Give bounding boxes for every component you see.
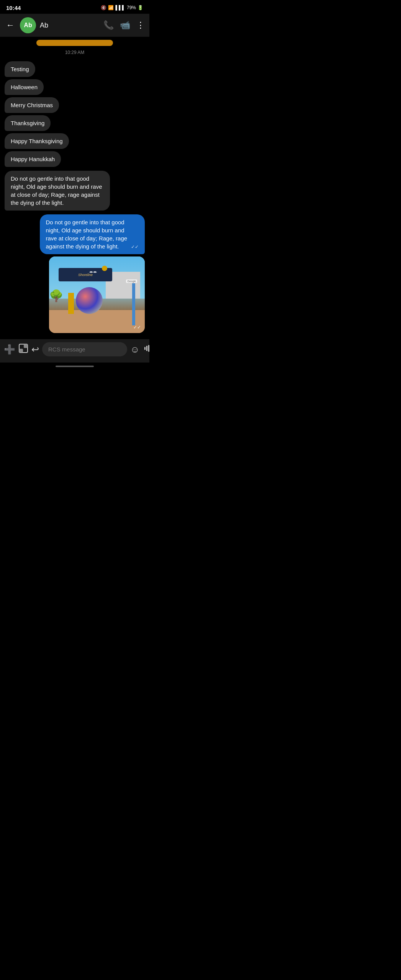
scene-sun [102,266,107,271]
signal-icon: ▌▌▌ [115,5,125,10]
battery-icon: 🔋 [137,5,143,10]
message-row-halloween: Halloween [5,79,145,95]
message-row-poem-received: Do not go gentle into that good night, O… [5,171,145,211]
scene-bird-svg [87,270,99,280]
bubble-testing: Testing [5,61,35,77]
message-row-thanksgiving: Thanksgiving [5,115,145,131]
scene-tree: 🌳 [49,289,63,302]
bubble-poem-received: Do not go gentle into that good night, O… [5,171,110,211]
message-row-poem-sent: Do not go gentle into that good night, O… [5,214,145,254]
nav-actions: 📞 📹 ⋮ [103,20,145,30]
bubble-thanksgiving: Thanksgiving [5,115,51,131]
scene-sphere [76,287,103,314]
home-indicator [56,366,94,367]
bubble-halloween: Halloween [5,79,44,95]
image-checkmark: ✓✓ [133,325,141,330]
mute-icon: 🔇 [101,5,106,10]
sent-checkmark: ✓✓ [131,244,139,250]
message-row-testing: Testing [5,61,145,77]
call-button[interactable]: 📞 [103,20,114,30]
wifi-icon: 📶 [108,5,114,10]
chat-area: 10:29 AM Testing Halloween Merry Christm… [0,37,149,339]
scene-pillar-yellow [68,293,74,314]
status-icons: 🔇 📶 ▌▌▌ 79% 🔋 [101,5,143,10]
message-row-happy-thanksgiving: Happy Thanksgiving [5,133,145,149]
add-button[interactable]: ➕ [4,344,15,355]
status-time: 10:44 [6,5,21,11]
image-scene: Shoreline 🌳 Google [49,256,145,333]
nav-hint-bar [0,363,149,370]
scene-google-watermark: Google [126,279,137,283]
bottom-bar: ➕ ↩ ☺ [0,339,149,363]
image-message-row: Shoreline 🌳 Google ✓✓ [5,256,145,333]
battery-text: 79% [127,5,136,10]
message-input[interactable] [42,342,127,356]
emoji-button[interactable]: ☺ [130,344,140,355]
avatar[interactable]: Ab [20,17,36,33]
video-button[interactable]: 📹 [120,20,130,30]
svg-rect-5 [148,345,149,352]
message-row-merry-christmas: Merry Christmas [5,97,145,113]
svg-rect-4 [146,346,147,351]
scene-pillar-blue [132,283,135,325]
message-row-happy-hanukkah: Happy Hanukkah [5,151,145,167]
prev-message-peek [5,40,145,46]
chat-timestamp: 10:29 AM [5,50,145,55]
forward-button[interactable]: ↩ [31,344,39,355]
prev-bubble [36,40,113,46]
svg-rect-2 [24,344,28,348]
status-bar: 10:44 🔇 📶 ▌▌▌ 79% 🔋 [0,0,149,14]
svg-rect-3 [144,347,146,350]
contact-name[interactable]: Ab [40,21,100,29]
bubble-happy-hanukkah: Happy Hanukkah [5,151,61,167]
voice-button[interactable] [144,344,149,355]
image-container[interactable]: Shoreline 🌳 Google ✓✓ [49,256,145,333]
bottom-bar-right: ☺ [130,344,149,355]
bubble-happy-thanksgiving: Happy Thanksgiving [5,133,69,149]
back-button[interactable]: ← [5,19,16,32]
bubble-merry-christmas: Merry Christmas [5,97,59,113]
gallery-button[interactable] [18,343,28,356]
more-button[interactable]: ⋮ [136,20,145,30]
bubble-poem-sent: Do not go gentle into that good night, O… [40,214,145,254]
nav-bar: ← Ab Ab 📞 📹 ⋮ [0,14,149,37]
svg-rect-1 [19,349,23,353]
scene-ground [49,310,145,333]
